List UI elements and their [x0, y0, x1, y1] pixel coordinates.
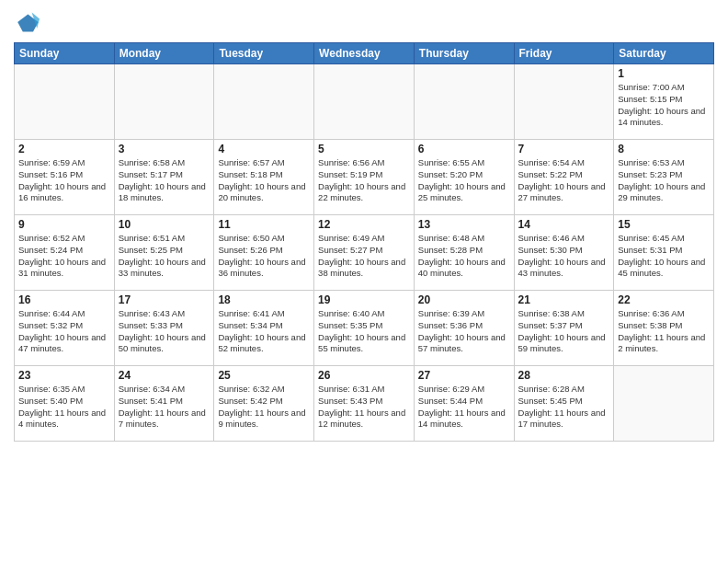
day-number: 12 [318, 218, 410, 231]
day-info: Sunrise: 6:51 AM Sunset: 5:25 PM Dayligh… [119, 233, 210, 280]
day-info: Sunrise: 6:55 AM Sunset: 5:20 PM Dayligh… [418, 157, 510, 204]
weekday-header-row: SundayMondayTuesdayWednesdayThursdayFrid… [15, 43, 714, 64]
day-number: 8 [618, 143, 710, 155]
calendar-cell [414, 64, 514, 140]
weekday-monday: Monday [114, 43, 214, 64]
calendar-cell [614, 366, 714, 442]
calendar: SundayMondayTuesdayWednesdayThursdayFrid… [14, 42, 714, 442]
day-info: Sunrise: 6:46 AM Sunset: 5:30 PM Dayligh… [518, 233, 610, 280]
day-info: Sunrise: 6:49 AM Sunset: 5:27 PM Dayligh… [318, 233, 410, 280]
logo [14, 9, 43, 35]
day-info: Sunrise: 6:40 AM Sunset: 5:35 PM Dayligh… [318, 308, 410, 355]
day-number: 5 [318, 143, 410, 155]
day-number: 27 [418, 369, 510, 382]
calendar-cell: 4Sunrise: 6:57 AM Sunset: 5:18 PM Daylig… [214, 140, 314, 215]
calendar-week-4: 16Sunrise: 6:44 AM Sunset: 5:32 PM Dayli… [15, 291, 714, 366]
calendar-cell: 9Sunrise: 6:52 AM Sunset: 5:24 PM Daylig… [15, 215, 115, 291]
day-info: Sunrise: 6:54 AM Sunset: 5:22 PM Dayligh… [518, 157, 610, 204]
calendar-cell: 6Sunrise: 6:55 AM Sunset: 5:20 PM Daylig… [414, 140, 514, 215]
day-info: Sunrise: 6:48 AM Sunset: 5:28 PM Dayligh… [418, 233, 510, 280]
day-number: 13 [418, 218, 510, 231]
calendar-cell: 23Sunrise: 6:35 AM Sunset: 5:40 PM Dayli… [15, 366, 115, 442]
day-number: 14 [518, 218, 610, 231]
day-number: 4 [218, 143, 310, 155]
calendar-cell: 2Sunrise: 6:59 AM Sunset: 5:16 PM Daylig… [15, 140, 115, 215]
day-number: 17 [119, 293, 210, 306]
calendar-cell: 19Sunrise: 6:40 AM Sunset: 5:35 PM Dayli… [314, 291, 415, 366]
day-info: Sunrise: 6:36 AM Sunset: 5:38 PM Dayligh… [618, 308, 710, 355]
day-number: 6 [418, 143, 510, 155]
day-number: 23 [18, 369, 110, 382]
day-number: 21 [518, 293, 610, 306]
logo-icon [14, 9, 40, 35]
day-info: Sunrise: 6:34 AM Sunset: 5:41 PM Dayligh… [119, 384, 210, 431]
calendar-cell: 11Sunrise: 6:50 AM Sunset: 5:26 PM Dayli… [214, 215, 314, 291]
calendar-cell: 12Sunrise: 6:49 AM Sunset: 5:27 PM Dayli… [314, 215, 415, 291]
calendar-cell: 13Sunrise: 6:48 AM Sunset: 5:28 PM Dayli… [414, 215, 514, 291]
calendar-cell: 16Sunrise: 6:44 AM Sunset: 5:32 PM Dayli… [15, 291, 115, 366]
day-number: 1 [618, 67, 710, 80]
calendar-cell [514, 64, 614, 140]
day-number: 24 [119, 369, 210, 382]
calendar-cell: 5Sunrise: 6:56 AM Sunset: 5:19 PM Daylig… [314, 140, 415, 215]
calendar-cell: 3Sunrise: 6:58 AM Sunset: 5:17 PM Daylig… [114, 140, 214, 215]
day-info: Sunrise: 6:57 AM Sunset: 5:18 PM Dayligh… [218, 157, 310, 204]
day-info: Sunrise: 6:59 AM Sunset: 5:16 PM Dayligh… [18, 157, 110, 204]
calendar-week-5: 23Sunrise: 6:35 AM Sunset: 5:40 PM Dayli… [15, 366, 714, 442]
weekday-saturday: Saturday [614, 43, 714, 64]
day-info: Sunrise: 6:44 AM Sunset: 5:32 PM Dayligh… [18, 308, 110, 355]
calendar-cell: 26Sunrise: 6:31 AM Sunset: 5:43 PM Dayli… [314, 366, 415, 442]
calendar-cell: 24Sunrise: 6:34 AM Sunset: 5:41 PM Dayli… [114, 366, 214, 442]
day-info: Sunrise: 6:50 AM Sunset: 5:26 PM Dayligh… [218, 233, 310, 280]
day-info: Sunrise: 6:38 AM Sunset: 5:37 PM Dayligh… [518, 308, 610, 355]
day-number: 19 [318, 293, 410, 306]
day-number: 3 [119, 143, 210, 155]
calendar-week-3: 9Sunrise: 6:52 AM Sunset: 5:24 PM Daylig… [15, 215, 714, 291]
day-info: Sunrise: 6:56 AM Sunset: 5:19 PM Dayligh… [318, 157, 410, 204]
day-number: 25 [218, 369, 310, 382]
day-info: Sunrise: 6:28 AM Sunset: 5:45 PM Dayligh… [518, 384, 610, 431]
weekday-friday: Friday [514, 43, 614, 64]
calendar-cell: 15Sunrise: 6:45 AM Sunset: 5:31 PM Dayli… [614, 215, 714, 291]
day-info: Sunrise: 7:00 AM Sunset: 5:15 PM Dayligh… [618, 82, 710, 129]
day-number: 28 [518, 369, 610, 382]
calendar-cell [114, 64, 214, 140]
day-info: Sunrise: 6:32 AM Sunset: 5:42 PM Dayligh… [218, 384, 310, 431]
day-info: Sunrise: 6:45 AM Sunset: 5:31 PM Dayligh… [618, 233, 710, 280]
calendar-cell: 28Sunrise: 6:28 AM Sunset: 5:45 PM Dayli… [514, 366, 614, 442]
calendar-week-1: 1Sunrise: 7:00 AM Sunset: 5:15 PM Daylig… [15, 64, 714, 140]
header [14, 9, 714, 35]
calendar-cell: 14Sunrise: 6:46 AM Sunset: 5:30 PM Dayli… [514, 215, 614, 291]
weekday-tuesday: Tuesday [214, 43, 314, 64]
calendar-body: 1Sunrise: 7:00 AM Sunset: 5:15 PM Daylig… [15, 64, 714, 442]
weekday-wednesday: Wednesday [314, 43, 415, 64]
page: SundayMondayTuesdayWednesdayThursdayFrid… [0, 0, 728, 563]
day-number: 26 [318, 369, 410, 382]
day-number: 9 [18, 218, 110, 231]
day-number: 18 [218, 293, 310, 306]
calendar-cell: 20Sunrise: 6:39 AM Sunset: 5:36 PM Dayli… [414, 291, 514, 366]
calendar-cell: 8Sunrise: 6:53 AM Sunset: 5:23 PM Daylig… [614, 140, 714, 215]
day-info: Sunrise: 6:53 AM Sunset: 5:23 PM Dayligh… [618, 157, 710, 204]
calendar-header: SundayMondayTuesdayWednesdayThursdayFrid… [15, 43, 714, 64]
day-number: 20 [418, 293, 510, 306]
weekday-thursday: Thursday [414, 43, 514, 64]
weekday-sunday: Sunday [15, 43, 115, 64]
day-number: 22 [618, 293, 710, 306]
calendar-cell: 1Sunrise: 7:00 AM Sunset: 5:15 PM Daylig… [614, 64, 714, 140]
calendar-cell: 7Sunrise: 6:54 AM Sunset: 5:22 PM Daylig… [514, 140, 614, 215]
calendar-cell: 22Sunrise: 6:36 AM Sunset: 5:38 PM Dayli… [614, 291, 714, 366]
calendar-cell [314, 64, 415, 140]
calendar-cell: 10Sunrise: 6:51 AM Sunset: 5:25 PM Dayli… [114, 215, 214, 291]
day-info: Sunrise: 6:29 AM Sunset: 5:44 PM Dayligh… [418, 384, 510, 431]
day-number: 2 [18, 143, 110, 155]
calendar-cell: 25Sunrise: 6:32 AM Sunset: 5:42 PM Dayli… [214, 366, 314, 442]
day-number: 16 [18, 293, 110, 306]
day-info: Sunrise: 6:39 AM Sunset: 5:36 PM Dayligh… [418, 308, 510, 355]
day-info: Sunrise: 6:58 AM Sunset: 5:17 PM Dayligh… [119, 157, 210, 204]
calendar-cell: 17Sunrise: 6:43 AM Sunset: 5:33 PM Dayli… [114, 291, 214, 366]
day-number: 11 [218, 218, 310, 231]
calendar-cell: 21Sunrise: 6:38 AM Sunset: 5:37 PM Dayli… [514, 291, 614, 366]
calendar-cell [15, 64, 115, 140]
day-info: Sunrise: 6:31 AM Sunset: 5:43 PM Dayligh… [318, 384, 410, 431]
